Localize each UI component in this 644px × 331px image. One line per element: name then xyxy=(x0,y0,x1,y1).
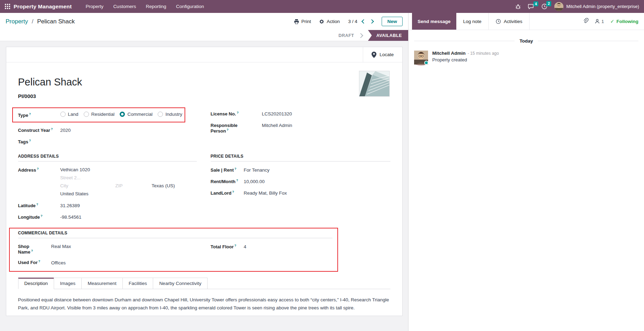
breadcrumb-separator: / xyxy=(32,18,33,25)
form-content-area: Locate xyxy=(0,41,408,331)
followers-button[interactable]: 1 xyxy=(595,19,604,24)
form-pane: Property / Pelican Shack Print xyxy=(0,13,408,331)
longitude-value[interactable]: -98.54561 xyxy=(60,215,82,220)
longitude-label: Longitude? xyxy=(18,214,54,220)
send-message-button[interactable]: Send message xyxy=(412,13,456,30)
responsible-value[interactable]: Mitchell Admin xyxy=(262,123,292,128)
sale-rent-value[interactable]: For Tenancy xyxy=(244,167,270,173)
form-sheet: Locate xyxy=(6,47,403,316)
property-reference: PI/0003 xyxy=(18,93,390,99)
property-image[interactable] xyxy=(359,71,390,97)
latitude-value[interactable]: 31.26389 xyxy=(60,203,80,208)
attach-files-button[interactable] xyxy=(583,18,589,25)
street-value[interactable]: Vethican 1020 xyxy=(60,167,175,172)
rent-month-label: Rent/Month? xyxy=(211,179,238,184)
breadcrumb-current: Pelican Shack xyxy=(37,18,75,25)
statusbar: DRAFT AVAILABLE xyxy=(0,30,408,41)
menu-reporting[interactable]: Reporting xyxy=(141,1,171,12)
messages-icon[interactable]: 4 xyxy=(528,4,534,9)
tab-description[interactable]: Description xyxy=(18,278,54,289)
landlord-value[interactable]: Ready Mat, Billy Fox xyxy=(244,190,287,196)
radio-land[interactable]: Land xyxy=(60,112,78,117)
user-name: Mitchell Admin (property_enterprise) xyxy=(566,4,639,9)
radio-commercial[interactable]: Commercial xyxy=(120,112,152,117)
radio-residential[interactable]: Residential xyxy=(84,112,115,117)
date-divider: Today xyxy=(414,38,638,44)
street2-input[interactable]: Street 2... xyxy=(60,175,175,180)
sheet-button-box: Locate xyxy=(6,47,402,62)
online-status-dot xyxy=(424,61,428,65)
shop-name-label: Shop Name? xyxy=(18,244,45,255)
rent-month-value[interactable]: 10,000.00 xyxy=(244,179,265,184)
print-button[interactable]: Print xyxy=(294,19,311,24)
following-button[interactable]: ✓ Following xyxy=(610,18,638,24)
total-floor-value[interactable]: 4 xyxy=(244,244,247,249)
property-title[interactable]: Pelican Shack xyxy=(18,75,390,89)
sale-rent-label: Sale | Rent? xyxy=(211,167,238,173)
action-button[interactable]: Action xyxy=(319,19,340,24)
user-menu[interactable]: Mitchell Admin (property_enterprise) xyxy=(554,2,639,11)
chatter-toolbar: Send message Log note Activities xyxy=(409,13,644,30)
annotation-box-commercial: COMMERCIAL DETAILS Shop Name? Real Max U… xyxy=(9,228,338,272)
used-for-value[interactable]: Offices xyxy=(51,260,66,265)
apps-grid-icon[interactable] xyxy=(5,4,10,9)
pager-next-icon[interactable] xyxy=(369,19,374,24)
zip-input[interactable]: ZIP xyxy=(115,183,152,188)
license-label: License No.? xyxy=(211,111,256,116)
top-navbar: Property Management Property Customers R… xyxy=(0,0,644,13)
tab-measurement[interactable]: Measurement xyxy=(81,278,123,289)
date-divider-label: Today xyxy=(519,38,533,44)
message-timestamp: - 15 minutes ago xyxy=(468,51,499,56)
breadcrumb: Property / Pelican Shack xyxy=(6,18,75,25)
pager-count: 3 / 4 xyxy=(348,19,357,24)
address-section: ADDRESS DETAILS Address? Vethican 1020 S… xyxy=(18,145,197,221)
type-label: Type? xyxy=(18,112,54,118)
user-avatar xyxy=(554,2,563,11)
map-pin-icon xyxy=(372,52,376,58)
used-for-label: Used For? xyxy=(18,259,45,265)
responsible-label: Responsible Person? xyxy=(211,123,256,134)
activities-badge: 2 xyxy=(546,1,551,6)
radio-industry[interactable]: Industry xyxy=(158,112,182,117)
followers-count: 1 xyxy=(601,19,604,24)
check-icon: ✓ xyxy=(610,18,614,24)
city-input[interactable]: City xyxy=(60,183,115,188)
printer-icon xyxy=(294,19,299,24)
tags-label: Tags? xyxy=(18,139,54,144)
landlord-label: LandLord? xyxy=(211,190,238,196)
debug-bug-icon[interactable] xyxy=(515,4,521,9)
breadcrumb-property-link[interactable]: Property xyxy=(6,18,28,25)
menu-configuration[interactable]: Configuration xyxy=(171,1,209,12)
tab-facilities[interactable]: Facilities xyxy=(122,278,153,289)
annotation-box-type: Type? Land Residential Commercial Indust… xyxy=(12,107,185,122)
latitude-label: Latitude? xyxy=(18,203,54,208)
app-title[interactable]: Property Management xyxy=(14,3,72,10)
tab-images[interactable]: Images xyxy=(54,278,82,289)
locate-button[interactable]: Locate xyxy=(363,47,402,62)
status-available[interactable]: AVAILABLE xyxy=(368,30,408,41)
shop-name-value[interactable]: Real Max xyxy=(51,244,71,249)
state-value[interactable]: Texas (US) xyxy=(152,183,175,188)
log-note-button[interactable]: Log note xyxy=(456,13,489,30)
country-value[interactable]: United States xyxy=(60,191,175,196)
divider xyxy=(529,13,530,30)
notebook-tabs: Description Images Measurement Facilitie… xyxy=(18,277,390,289)
license-value[interactable]: LCS20201320 xyxy=(262,111,292,116)
new-button[interactable]: New xyxy=(382,17,403,26)
status-draft[interactable]: DRAFT xyxy=(333,30,368,41)
price-section: PRICE DETAILS Sale | Rent? For Tenancy R… xyxy=(211,145,390,221)
chatter-message: Mitchell Admin - 15 minutes ago Property… xyxy=(409,51,644,65)
construct-year-value[interactable]: 2020 xyxy=(60,128,71,133)
tab-nearby-connectivity[interactable]: Nearby Connectivity xyxy=(153,278,208,289)
description-text[interactable]: Positioned equal distance between downto… xyxy=(18,296,390,312)
menu-customers[interactable]: Customers xyxy=(108,1,141,12)
pager-previous-icon[interactable] xyxy=(361,19,366,24)
menu-property[interactable]: Property xyxy=(81,1,108,12)
record-pager: 3 / 4 xyxy=(348,19,373,24)
total-floor-label: Total Floor? xyxy=(211,244,238,249)
activities-clock-icon[interactable]: 2 xyxy=(541,3,547,9)
activities-button[interactable]: Activities xyxy=(489,13,529,30)
message-author[interactable]: Mitchell Admin xyxy=(432,51,466,56)
chatter-panel: Send message Log note Activities xyxy=(408,13,644,331)
type-radio-group: Land Residential Commercial Industry xyxy=(60,112,182,117)
